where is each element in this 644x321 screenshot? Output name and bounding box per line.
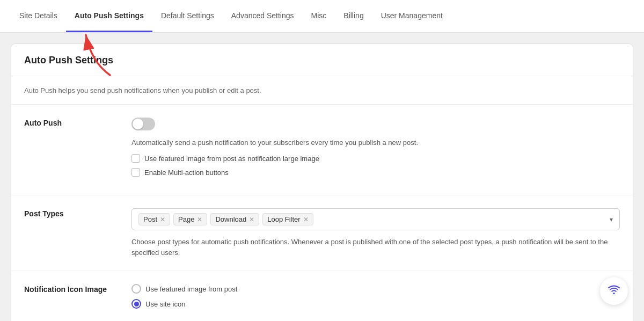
radio-site-icon[interactable]	[131, 299, 141, 309]
tag-download-remove[interactable]: ✕	[249, 216, 254, 223]
page-title: Auto Push Settings	[24, 55, 113, 65]
tag-download[interactable]: Download ✕	[210, 213, 259, 225]
tab-billing[interactable]: Billing	[335, 0, 372, 32]
content-card: Auto Push Settings Auto Push helps you s…	[11, 43, 633, 321]
checkbox-row-featured-image: Use featured image from post as notifica…	[131, 154, 620, 163]
checkbox-featured-image[interactable]	[131, 154, 140, 163]
toggle-wrapper	[131, 118, 620, 132]
tab-auto-push-settings[interactable]: Auto Push Settings	[66, 0, 152, 32]
tag-loop-filter[interactable]: Loop Filter ✕	[262, 213, 313, 225]
post-types-description: Choose post types for automatic push not…	[131, 237, 620, 258]
auto-push-row: Auto Push Automatically send a push noti…	[11, 105, 633, 195]
radio-row-site-icon: Use site icon	[131, 299, 620, 309]
tag-loop-filter-remove[interactable]: ✕	[303, 216, 309, 223]
auto-push-description: Automatically send a push notification t…	[131, 138, 620, 147]
notification-icon-row: Notification Icon Image Use featured ima…	[11, 271, 633, 321]
page-description: Auto Push helps you send push notificati…	[24, 86, 261, 94]
tab-site-details[interactable]: Site Details	[11, 0, 66, 32]
radio-featured-image[interactable]	[131, 284, 141, 294]
svg-point-1	[613, 293, 614, 294]
notification-icon-label: Notification Icon Image	[24, 284, 131, 314]
tab-advanced-settings[interactable]: Advanced Settings	[223, 0, 303, 32]
main-area: Auto Push Settings Auto Push helps you s…	[0, 33, 644, 321]
floating-push-widget[interactable]	[600, 277, 628, 305]
post-types-select[interactable]: Post ✕ Page ✕ Download ✕ Loop Filter ✕	[131, 208, 620, 230]
tab-user-management[interactable]: User Management	[372, 0, 451, 32]
radio-site-icon-label: Use site icon	[145, 300, 185, 308]
select-dropdown-arrow: ▾	[610, 216, 613, 223]
auto-push-content: Automatically send a push notification t…	[131, 118, 620, 182]
tab-default-settings[interactable]: Default Settings	[152, 0, 223, 32]
description-section: Auto Push helps you send push notificati…	[11, 76, 633, 105]
auto-push-label: Auto Push	[24, 118, 131, 182]
checkbox-multi-action-label: Enable Multi-action buttons	[144, 169, 229, 177]
radio-site-icon-fill	[134, 302, 139, 307]
tag-page-remove[interactable]: ✕	[197, 216, 202, 223]
tag-page[interactable]: Page ✕	[173, 213, 207, 225]
tag-post[interactable]: Post ✕	[138, 213, 170, 225]
tab-bar: Site Details Auto Push Settings Default …	[0, 0, 644, 33]
post-types-row: Post Types Post ✕ Page ✕ Download ✕	[11, 195, 633, 271]
checkbox-featured-image-label: Use featured image from post as notifica…	[144, 155, 319, 163]
post-types-label: Post Types	[24, 208, 131, 258]
checkbox-multi-action[interactable]	[131, 168, 140, 177]
auto-push-toggle[interactable]	[131, 118, 155, 130]
radio-featured-image-label: Use featured image from post	[145, 285, 237, 293]
card-header: Auto Push Settings	[11, 44, 633, 76]
post-types-content: Post ✕ Page ✕ Download ✕ Loop Filter ✕	[131, 208, 620, 258]
tab-misc[interactable]: Misc	[303, 0, 335, 32]
checkbox-row-multi-action: Enable Multi-action buttons	[131, 168, 620, 177]
notification-icon-content: Use featured image from post Use site ic…	[131, 284, 620, 314]
radio-row-featured: Use featured image from post	[131, 284, 620, 294]
tag-post-remove[interactable]: ✕	[160, 216, 165, 223]
wifi-icon	[607, 282, 621, 300]
